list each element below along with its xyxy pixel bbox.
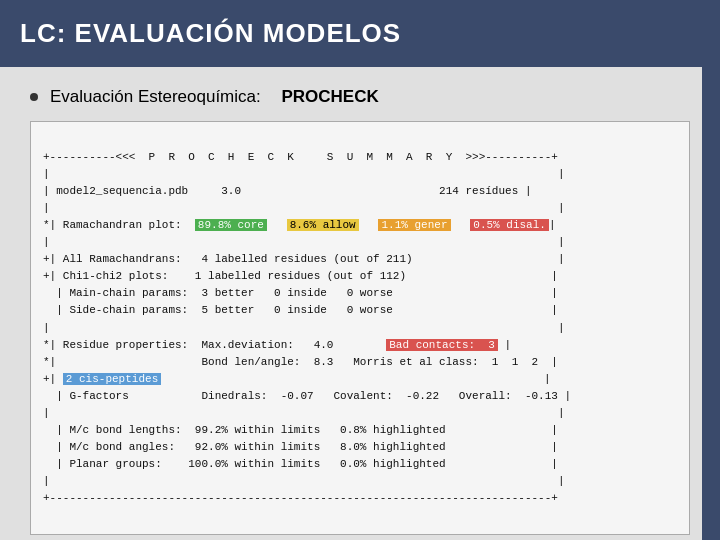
line-chi12: +| Chi1-chi2 plots: 1 labelled residues …: [43, 270, 558, 282]
line-planar: | Planar groups: 100.0% within limits 0.…: [43, 458, 558, 470]
line-empty-4: | |: [43, 322, 565, 334]
right-sidebar: [702, 0, 720, 540]
main-content: Evaluación Estereoquímica: PROCHECK +---…: [0, 67, 720, 540]
procheck-label: PROCHECK: [281, 87, 378, 107]
bad-contacts-badge: Bad contacts: 3: [386, 339, 498, 351]
line-empty-1: | |: [43, 168, 565, 180]
line-border-top: +----------<<< P R O C H E C K S U M M A…: [43, 151, 558, 163]
line-empty-6: | |: [43, 475, 565, 487]
subtitle-row: Evaluación Estereoquímica: PROCHECK: [30, 87, 690, 107]
rama-allow: 8.6% allow: [287, 219, 359, 231]
line-empty-5: | |: [43, 407, 565, 419]
line-mainchain: | Main-chain params: 3 better 0 inside 0…: [43, 287, 558, 299]
line-empty-2: | |: [43, 202, 565, 214]
rama-disal: 0.5% disal.: [470, 219, 549, 231]
line-mc-angles: | M/c bond angles: 92.0% within limits 8…: [43, 441, 558, 453]
line-cis: +| 2 cis-peptides |: [43, 373, 551, 385]
line-mc-bond: | M/c bond lengths: 99.2% within limits …: [43, 424, 558, 436]
line-empty-3: | |: [43, 236, 565, 248]
page-header: LC: EVALUACIÓN MODELOS: [0, 0, 720, 67]
line-model: | model2_sequencia.pdb 3.0 214 resídues …: [43, 185, 531, 197]
line-gfactors: | G-factors Dinedrals: -0.07 Covalent: -…: [43, 390, 571, 402]
line-bond-len: *| Bond len/angle: 8.3 Morris et al clas…: [43, 356, 558, 368]
terminal-output: +----------<<< P R O C H E C K S U M M A…: [30, 121, 690, 535]
bullet-icon: [30, 93, 38, 101]
header-title: LC: EVALUACIÓN MODELOS: [20, 18, 401, 48]
subtitle-label: Evaluación Estereoquímica:: [50, 87, 261, 107]
line-res-prop: *| Residue properties: Max.deviation: 4.…: [43, 339, 511, 351]
rama-core: 89.8% core: [195, 219, 267, 231]
line-border-bottom: +---------------------------------------…: [43, 492, 558, 504]
rama-gener: 1.1% gener: [378, 219, 450, 231]
line-all-rama: +| All Ramachandrans: 4 labelled residue…: [43, 253, 565, 265]
line-ramachandran: *| Ramachandran plot: 89.8% core 8.6% al…: [43, 219, 556, 231]
cis-peptides-badge: 2 cis-peptides: [63, 373, 161, 385]
line-sidechain: | Side-chain params: 5 better 0 inside 0…: [43, 304, 558, 316]
